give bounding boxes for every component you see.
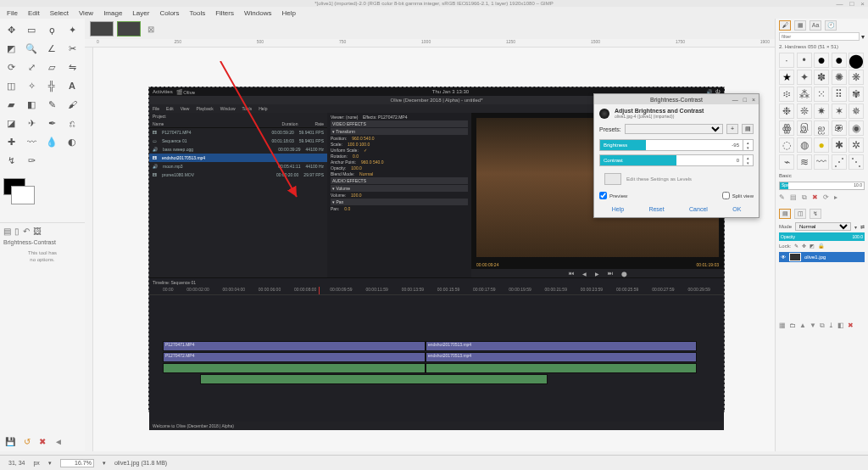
tool-options-tab-icon[interactable]: ▤ (3, 227, 11, 236)
image-tab-2[interactable] (117, 21, 141, 36)
rect-select-icon[interactable]: ▭ (24, 22, 39, 37)
brush-item[interactable]: ꙮ (779, 120, 794, 136)
dodge-icon[interactable]: ◐ (64, 134, 80, 149)
brush-item[interactable]: 〰 (814, 154, 829, 170)
blur-icon[interactable]: 💧 (44, 134, 59, 149)
images-tab-icon[interactable]: 🖼 (33, 227, 42, 236)
brush-item[interactable]: ⬤ (849, 53, 864, 68)
text-icon[interactable]: A (64, 78, 80, 93)
brushes-tab-icon[interactable]: 🖌 (779, 20, 791, 31)
minimize-icon[interactable]: — (836, 0, 843, 8)
scale-icon[interactable]: ⤢ (24, 59, 39, 75)
brush-item[interactable]: ⋰ (832, 154, 847, 170)
brush-filter-input[interactable] (779, 32, 860, 41)
ink-icon[interactable]: ✒ (44, 115, 59, 131)
brush-item[interactable]: ◌ (779, 137, 794, 153)
color-select-icon[interactable]: ◩ (3, 41, 19, 56)
preview-checkbox[interactable]: Preview (599, 192, 627, 199)
brush-item[interactable]: ✵ (849, 104, 864, 119)
brush-item[interactable]: ● (832, 53, 847, 68)
brush-refresh-icon[interactable]: ⟳ (823, 193, 829, 202)
brush-item[interactable]: • (797, 53, 812, 68)
patterns-tab-icon[interactable]: ▦ (794, 20, 806, 31)
new-layer-icon[interactable]: ▦ (779, 322, 786, 330)
contrast-slider[interactable]: Contrast 0 ▴▾ (599, 154, 754, 166)
brush-delete-icon[interactable]: ✖ (812, 193, 818, 202)
unified-icon[interactable]: ✧ (24, 78, 39, 93)
raise-layer-icon[interactable]: ▲ (799, 322, 806, 330)
maximize-icon[interactable]: □ (849, 0, 854, 8)
color-swatches[interactable] (0, 175, 85, 199)
undo-history-tab-icon[interactable]: ↶ (23, 227, 30, 236)
presets-add-icon[interactable]: + (726, 124, 738, 134)
gradient-icon[interactable]: ◧ (24, 97, 39, 112)
brush-item[interactable]: இ (797, 120, 812, 136)
opacity-slider[interactable]: Opacity100.0 (779, 232, 865, 241)
brush-item[interactable]: ✦ (797, 70, 812, 85)
lasso-icon[interactable]: ϙ (44, 22, 59, 37)
blend-mode-select[interactable]: Normal (795, 222, 851, 231)
brush-dup-icon[interactable]: ⧉ (802, 193, 807, 202)
contrast-down-icon[interactable]: ▾ (743, 160, 753, 165)
dialog-minimize-icon[interactable]: — (732, 97, 738, 103)
brush-item[interactable]: ⋱ (849, 154, 864, 170)
brush-item[interactable]: ≋ (797, 154, 812, 170)
save-preset-icon[interactable]: 💾 (5, 437, 15, 446)
handle-icon[interactable]: ╬ (44, 78, 59, 93)
brush-new-icon[interactable]: ▤ (790, 193, 797, 202)
reset-button[interactable]: Reset (648, 206, 664, 212)
brush-item[interactable]: ❉ (779, 104, 794, 119)
layer-group-icon[interactable]: 🗀 (789, 322, 796, 330)
wand-icon[interactable]: ✦ (64, 22, 80, 37)
presets-manage-icon[interactable]: ▤ (742, 124, 754, 134)
menu-view[interactable]: View (79, 9, 93, 17)
menu-tools[interactable]: Tools (190, 9, 206, 17)
brush-item[interactable]: ⁙ (814, 87, 829, 102)
reset-defaults-icon[interactable]: ◄ (54, 437, 63, 446)
lock-all-icon[interactable]: 🔒 (818, 243, 824, 249)
menu-file[interactable]: File (7, 9, 18, 17)
ok-button[interactable]: OK (732, 206, 741, 212)
zoom-field[interactable]: 16.7% (60, 459, 94, 467)
image-tab-close-icon[interactable]: ⊠ (147, 25, 154, 34)
brush-item[interactable]: ✽ (814, 70, 829, 85)
brush-item[interactable]: ◍ (797, 137, 812, 153)
picker-icon[interactable]: ✑ (24, 153, 39, 168)
dialog-close-icon[interactable]: × (752, 97, 755, 103)
measure-icon[interactable]: ∠ (44, 41, 59, 56)
brush-item[interactable]: · (779, 53, 794, 68)
brush-edit-icon[interactable]: ✎ (779, 193, 785, 202)
brush-open-icon[interactable]: ▸ (834, 193, 837, 202)
brush-item[interactable]: ֍ (832, 120, 847, 136)
brush-item[interactable]: ❋ (849, 70, 864, 85)
mode-menu-icon[interactable]: ▾ (854, 224, 857, 230)
brush-item[interactable]: ✷ (814, 104, 829, 119)
brush-item[interactable]: ஐ (814, 120, 829, 136)
brush-item[interactable]: ❊ (797, 104, 812, 119)
brush-icon[interactable]: 🖌 (64, 97, 80, 112)
brush-category[interactable]: Basic (776, 171, 868, 180)
spacing-slider[interactable]: Spacing 10.0 (779, 182, 865, 190)
help-button[interactable]: Help (612, 206, 624, 212)
perspective-icon[interactable]: ◫ (3, 78, 19, 93)
brush-item[interactable]: ፨ (779, 87, 794, 102)
crop-icon[interactable]: ✂ (64, 41, 80, 56)
image-tab-1[interactable] (90, 21, 114, 36)
clone-icon[interactable]: ⎌ (64, 115, 80, 131)
brush-item[interactable]: ✺ (832, 70, 847, 85)
brush-item[interactable]: ✱ (832, 137, 847, 153)
bucket-icon[interactable]: ▰ (3, 97, 19, 112)
paths-tab-icon[interactable]: ↯ (810, 209, 821, 219)
unit-label[interactable]: px (33, 460, 39, 466)
brush-filter-menu-icon[interactable]: ▾ (861, 33, 865, 41)
menu-colors[interactable]: Colors (159, 9, 179, 17)
lock-alpha-icon[interactable]: ◩ (810, 243, 815, 249)
layer-row[interactable]: 👁 olive1.jpg (779, 252, 865, 262)
cancel-button[interactable]: Cancel (689, 206, 708, 212)
dialog-maximize-icon[interactable]: □ (743, 97, 747, 103)
brush-item[interactable]: ● (814, 53, 829, 68)
brush-item[interactable]: ⁂ (797, 87, 812, 102)
dup-layer-icon[interactable]: ⧉ (820, 322, 825, 330)
shear-icon[interactable]: ▱ (44, 59, 59, 75)
menu-edit[interactable]: Edit (28, 9, 40, 17)
